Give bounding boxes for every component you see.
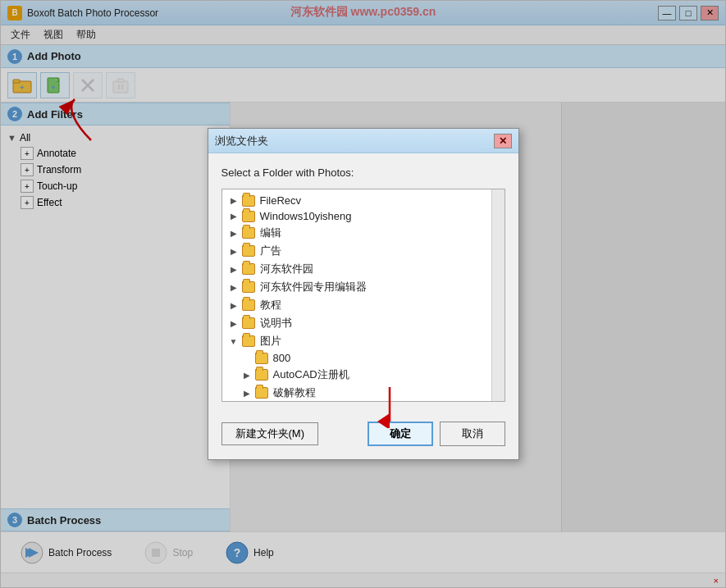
folder-pictures-icon xyxy=(242,335,255,347)
dtree-manual[interactable]: ▶ 说明书 xyxy=(222,314,491,332)
main-window: B Boxoft Batch Photo Processor 河东软件园 www… xyxy=(0,0,726,588)
folder-autocad-icon xyxy=(255,369,268,381)
dialog-scrollbar[interactable] xyxy=(491,189,505,401)
expand-edit-arrow: ▶ xyxy=(229,228,239,238)
dtree-filerecv[interactable]: ▶ FileRecv xyxy=(222,193,491,208)
dtree-800[interactable]: 800 xyxy=(222,350,491,366)
dtree-hedong-editor[interactable]: ▶ 河东软件园专用编辑器 xyxy=(222,278,491,296)
folder-hedong-icon xyxy=(242,263,255,275)
dtree-hedong-label: 河东软件园 xyxy=(260,262,313,276)
folder-win10-icon xyxy=(242,211,255,222)
dtree-autocad[interactable]: ▶ AutoCAD注册机 xyxy=(222,366,491,384)
dtree-autocad-label: AutoCAD注册机 xyxy=(273,367,349,382)
folder-filerecv-icon xyxy=(242,195,255,207)
folder-manual-icon xyxy=(242,317,255,329)
dtree-tutorial[interactable]: ▶ 教程 xyxy=(222,296,491,314)
folder-ad-icon xyxy=(242,245,255,257)
dtree-crack[interactable]: ▶ 破解教程 xyxy=(222,384,491,402)
dtree-edit-label: 编辑 xyxy=(260,226,281,240)
dtree-win10-label: Windows10yisheng xyxy=(260,210,352,222)
expand-ad-arrow: ▶ xyxy=(229,246,239,256)
dtree-pictures[interactable]: ▼ 图片 xyxy=(222,332,491,350)
dtree-800-label: 800 xyxy=(273,352,291,364)
dialog-close-button[interactable]: ✕ xyxy=(494,134,512,148)
dtree-tutorial-label: 教程 xyxy=(260,298,281,312)
expand-manual-arrow: ▶ xyxy=(229,318,239,328)
dialog-arrow-annotation xyxy=(377,387,402,428)
folder-crack-icon xyxy=(255,387,268,399)
cancel-button[interactable]: 取消 xyxy=(440,422,505,446)
dtree-crack-label: 破解教程 xyxy=(273,385,316,400)
dtree-win10[interactable]: ▶ Windows10yisheng xyxy=(222,208,491,224)
folder-hedong-editor-icon xyxy=(242,281,255,293)
new-folder-button[interactable]: 新建文件夹(M) xyxy=(221,422,319,445)
dialog-title: 浏览文件夹 xyxy=(215,134,494,148)
dialog-overlay: 浏览文件夹 ✕ Select a Folder with Photos: ▶ F… xyxy=(1,1,725,587)
expand-tutorial-arrow: ▶ xyxy=(229,300,239,310)
expand-hedong-editor-arrow: ▶ xyxy=(229,282,239,292)
dialog-tree-container[interactable]: ▶ FileRecv ▶ Windows10yisheng ▶ 编 xyxy=(221,189,505,402)
dtree-ad-label: 广告 xyxy=(260,244,281,258)
dialog-instruction: Select a Folder with Photos: xyxy=(221,166,505,179)
dialog-buttons: 新建文件夹(M) 确定 取消 xyxy=(221,422,505,446)
dtree-pictures-label: 图片 xyxy=(260,334,281,349)
dtree-manual-label: 说明书 xyxy=(260,316,292,330)
expand-autocad-arrow: ▶ xyxy=(242,370,252,380)
expand-crack-arrow: ▶ xyxy=(242,388,252,398)
dialog-title-bar: 浏览文件夹 ✕ xyxy=(208,129,518,153)
expand-filerecv-arrow: ▶ xyxy=(229,196,239,206)
dialog-tree: ▶ FileRecv ▶ Windows10yisheng ▶ 编 xyxy=(222,189,491,402)
expand-800-arrow xyxy=(242,353,252,363)
browse-folder-dialog: 浏览文件夹 ✕ Select a Folder with Photos: ▶ F… xyxy=(208,128,519,460)
dtree-hedong-editor-label: 河东软件园专用编辑器 xyxy=(260,280,367,294)
folder-800-icon xyxy=(255,353,268,364)
dialog-body: Select a Folder with Photos: ▶ FileRecv … xyxy=(208,153,518,459)
expand-pictures-arrow: ▼ xyxy=(229,336,239,346)
dtree-edit[interactable]: ▶ 编辑 xyxy=(222,224,491,242)
expand-win10-arrow: ▶ xyxy=(229,212,239,221)
expand-hedong-arrow: ▶ xyxy=(229,264,239,274)
dtree-filerecv-label: FileRecv xyxy=(260,194,302,207)
dtree-ad[interactable]: ▶ 广告 xyxy=(222,242,491,260)
dtree-hedong[interactable]: ▶ 河东软件园 xyxy=(222,260,491,278)
folder-edit-icon xyxy=(242,227,255,239)
folder-tutorial-icon xyxy=(242,299,255,311)
